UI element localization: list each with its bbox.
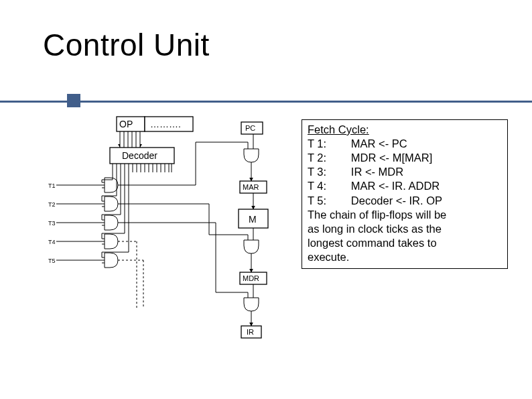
page-title: Control Unit xyxy=(43,27,210,63)
t4-label: T4 xyxy=(48,239,56,245)
t5-label: T5 xyxy=(48,258,56,264)
description-line: The chain of flip-flops will be xyxy=(308,209,446,221)
t2-label: T2 xyxy=(48,201,56,208)
slide: Control Unit OP ………. xyxy=(0,0,532,399)
description-line: T 2: MDR <- M[MAR] xyxy=(308,152,432,164)
description-line: T 3: IR <- MDR xyxy=(308,166,403,178)
m-label: M xyxy=(249,214,257,225)
description-heading: Fetch Cycle: xyxy=(308,123,369,135)
pc-label: PC xyxy=(245,124,255,132)
description-line: T 1: MAR <- PC xyxy=(308,137,407,150)
op-ellipsis-label: ………. xyxy=(150,119,181,129)
description-box: Fetch Cycle: T 1: MAR <- PC T 2: MDR <- … xyxy=(302,119,508,269)
mar-label: MAR xyxy=(243,183,259,191)
description-line: T 4: MAR <- IR. ADDR xyxy=(308,180,440,192)
ir-label: IR xyxy=(247,328,254,336)
t1-label: T1 xyxy=(48,182,56,189)
description-line: T 5: Decoder <- IR. OP xyxy=(308,194,442,207)
title-accent xyxy=(67,94,80,107)
decoder-label: Decoder xyxy=(122,150,157,161)
mdr-label: MDR xyxy=(243,274,259,282)
description-line: as long in clock ticks as the xyxy=(308,223,442,235)
t3-label: T3 xyxy=(48,220,56,227)
description-line: execute. xyxy=(308,251,349,263)
description-line: longest command takes to xyxy=(308,237,437,249)
op-label: OP xyxy=(119,119,133,129)
